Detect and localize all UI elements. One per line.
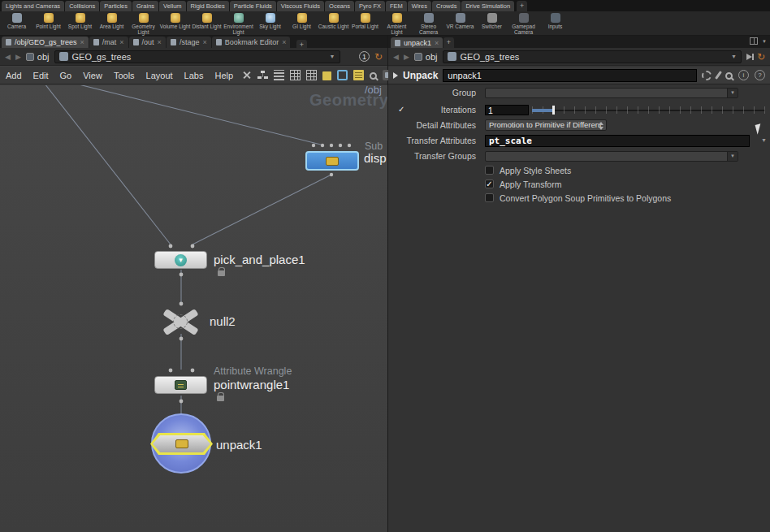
apply-transform-checkbox[interactable]: ✓ <box>485 179 494 188</box>
param-path-combo[interactable]: GEO_gs_trees ▼ <box>443 50 742 63</box>
shelf-tab[interactable]: Wires <box>408 1 431 11</box>
shelf-tab[interactable]: Particles <box>100 1 132 11</box>
menu-item[interactable]: Labs <box>179 67 210 84</box>
brush-icon[interactable] <box>715 71 722 80</box>
shelf-tab[interactable]: Crowds <box>432 1 461 11</box>
chevron-down-icon[interactable]: ▼ <box>727 152 738 161</box>
pane-tab-unpack1[interactable]: unpack1 <box>391 37 443 49</box>
tree-view-icon[interactable] <box>257 70 268 80</box>
shelf-tool[interactable]: Camera <box>1 11 32 35</box>
desktop-tab[interactable]: Bookmark Editor <box>212 37 291 48</box>
slider-handle[interactable] <box>552 106 555 115</box>
shelf-tab[interactable]: Rigid Bodies <box>187 1 229 11</box>
group-field[interactable]: ▼ <box>485 88 738 98</box>
chevron-down-icon[interactable]: ▼ <box>330 54 335 59</box>
node-null[interactable] <box>162 311 200 333</box>
shelf-tool[interactable]: Area Light <box>96 11 128 35</box>
menu-item[interactable]: Add <box>0 67 28 84</box>
add-pane-tab-button[interactable]: + <box>443 37 454 48</box>
pin-icon[interactable] <box>746 54 752 60</box>
desktop-tab[interactable]: /obj/GEO_gs_trees <box>2 37 89 48</box>
help-icon[interactable]: ? <box>755 70 765 80</box>
path-root-button[interactable]: obj <box>26 52 50 62</box>
shelf-tab[interactable]: Lights and Cameras <box>2 1 64 11</box>
convert-polygon-soup-checkbox[interactable] <box>485 193 494 202</box>
task-list-icon[interactable] <box>353 70 364 80</box>
search-icon[interactable] <box>370 72 377 80</box>
iterations-slider[interactable] <box>532 104 765 116</box>
iterations-field[interactable] <box>485 105 529 115</box>
shelf-tool[interactable]: Distant Light <box>191 11 223 35</box>
node-subdivide[interactable] <box>305 151 359 171</box>
pane-menu-icon[interactable] <box>393 72 398 79</box>
desktop-tab[interactable]: /mat <box>89 37 128 48</box>
info-icon[interactable]: i <box>738 70 749 80</box>
menu-item[interactable]: Help <box>209 67 239 84</box>
shelf-tool[interactable]: Gamepad Camera <box>508 11 539 35</box>
forward-icon[interactable]: ▶ <box>15 53 21 61</box>
list-view-icon[interactable] <box>306 70 317 80</box>
menu-item[interactable]: Edit <box>28 67 54 84</box>
shelf-tool[interactable]: Volume Light <box>159 11 191 35</box>
shelf-tab[interactable]: Collisions <box>65 1 99 11</box>
node-pointwrangle[interactable] <box>154 376 207 394</box>
grid-view-icon[interactable] <box>290 70 301 80</box>
menu-item[interactable]: Go <box>54 67 78 84</box>
close-icon[interactable] <box>158 39 162 46</box>
shelf-tab[interactable]: Drive Simulation <box>461 1 514 11</box>
forward-icon[interactable]: ▶ <box>404 53 409 61</box>
search-icon[interactable] <box>725 72 733 80</box>
close-icon[interactable] <box>435 40 439 47</box>
shelf-tool[interactable]: Inputs <box>539 11 571 35</box>
detail-attributes-select[interactable]: Promotion to Primitive if Different <box>485 119 607 131</box>
shelf-tool[interactable]: Caustic Light <box>318 11 349 35</box>
wand-icon[interactable] <box>241 70 252 80</box>
close-icon[interactable] <box>202 39 206 46</box>
node-unpack[interactable] <box>150 433 213 455</box>
shelf-tab[interactable]: Particle Fluids <box>230 1 276 11</box>
shelf-tool[interactable]: Geometry Light <box>128 11 159 35</box>
apply-style-sheets-checkbox[interactable] <box>485 166 494 175</box>
desktop-tab[interactable]: /out <box>129 37 166 48</box>
shelf-tab[interactable]: Vellum <box>159 1 186 11</box>
shelf-tool[interactable]: Stereo Camera <box>413 11 444 35</box>
chevron-down-icon[interactable]: ▼ <box>731 54 737 59</box>
shelf-tab[interactable]: Pyro FX <box>355 1 385 11</box>
shelf-tool[interactable]: GI Light <box>286 11 318 35</box>
shelf-tool[interactable]: Spot Light <box>64 11 96 35</box>
shelf-tab[interactable]: FEM <box>386 1 407 11</box>
desktop-tab[interactable]: /stage <box>167 37 211 48</box>
transfer-attributes-field[interactable] <box>485 135 750 147</box>
shelf-tool[interactable]: Environment Light <box>223 11 254 35</box>
back-icon[interactable]: ◀ <box>5 53 11 61</box>
sticky-note-icon[interactable] <box>322 71 331 80</box>
menu-item[interactable]: Tools <box>108 67 141 84</box>
shelf-tool[interactable]: Sky Light <box>254 11 286 35</box>
layers-icon[interactable] <box>274 70 284 80</box>
gear-icon[interactable] <box>702 71 712 80</box>
network-canvas[interactable]: /obj Geometry Sub disp ▾ pick_and_place1… <box>0 85 387 532</box>
display-options-icon[interactable] <box>337 70 348 80</box>
pane-layout-icon[interactable] <box>750 37 758 45</box>
shelf-tab[interactable]: Oceans <box>325 1 354 11</box>
menu-item[interactable]: Layout <box>141 67 179 84</box>
network-path-combo[interactable]: GEO_gs_trees ▼ <box>54 50 340 63</box>
sync-icon[interactable]: ↻ <box>374 52 383 62</box>
shelf-tool[interactable]: Ambient Light <box>381 11 413 35</box>
shelf-tab[interactable]: Viscous Fluids <box>277 1 324 11</box>
transfer-groups-field[interactable]: ▼ <box>485 151 738 162</box>
sync-icon[interactable]: ↻ <box>757 52 765 62</box>
shelf-tool[interactable]: Point Light <box>32 11 64 35</box>
link-badge[interactable]: 1 <box>359 51 370 62</box>
pane-menu-dropdown-icon[interactable]: ▼ <box>762 39 767 44</box>
close-icon[interactable] <box>282 39 286 46</box>
shelf-tool[interactable]: Switcher <box>476 11 508 35</box>
spinner-icon[interactable] <box>599 122 603 130</box>
shelf-add-tab-button[interactable]: + <box>517 1 527 11</box>
shelf-tool[interactable]: Portal Light <box>349 11 381 35</box>
close-icon[interactable] <box>119 39 123 46</box>
path-root-button[interactable]: obj <box>414 52 438 62</box>
node-name-field[interactable] <box>443 69 697 82</box>
chevron-down-icon[interactable]: ▼ <box>761 137 767 143</box>
menu-item[interactable]: View <box>77 67 108 84</box>
